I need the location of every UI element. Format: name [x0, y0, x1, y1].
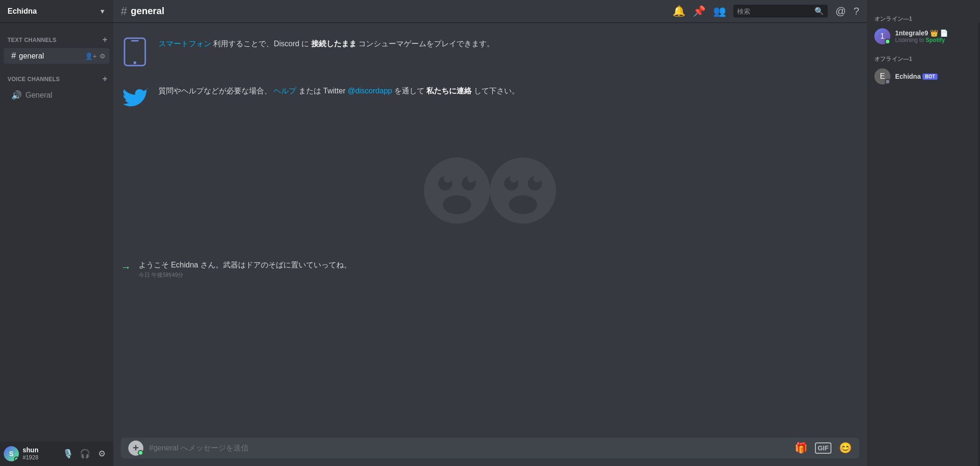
add-text-channel-button[interactable]: + — [100, 34, 109, 46]
system-arrow-icon: → — [121, 261, 131, 274]
members-icon[interactable]: 👥 — [713, 5, 726, 17]
member-info-1ntegrale9: 1ntegrale9 👑 📄 Listening to Spotify — [895, 29, 972, 43]
main-header: # general 🔔 📌 👥 🔍 @ ? — [113, 0, 867, 23]
member-status-dot-1ntegrale9 — [885, 39, 890, 44]
crown-icon: 👑 — [930, 29, 938, 37]
svg-rect-1 — [131, 40, 139, 42]
bot-badge: BOT — [922, 74, 937, 80]
search-icon: 🔍 — [814, 7, 824, 16]
main-content: # general 🔔 📌 👥 🔍 @ ? — [113, 0, 867, 466]
system-text: ようこそ Echidna さん。武器はドアのそばに置いていってね。 — [139, 260, 351, 270]
member-username-echidna: Echidna — [895, 73, 921, 80]
header-actions: 🔔 📌 👥 🔍 @ ? — [673, 5, 859, 17]
user-status-dot — [14, 457, 19, 461]
smartphone-icon — [121, 38, 149, 66]
discordapp-link[interactable]: @discordapp — [348, 87, 392, 95]
system-timestamp: 今日 午後5時49分 — [139, 271, 351, 279]
svg-point-13 — [510, 175, 517, 183]
deafen-button[interactable]: 🎧 — [77, 446, 92, 461]
user-settings-button[interactable]: ⚙ — [94, 446, 109, 461]
scrollbar[interactable] — [978, 23, 980, 466]
member-item-echidna[interactable]: E Echidna BOT — [871, 66, 976, 87]
add-attachment-status-dot — [138, 450, 143, 456]
offline-section-header: オフライン—1 — [871, 48, 976, 65]
user-info: shun #1928 — [23, 446, 57, 461]
member-name-echidna: Echidna BOT — [895, 73, 972, 80]
tip2-text4: して下さい。 — [474, 87, 519, 95]
smartphone-link[interactable]: スマートフォン — [158, 40, 211, 48]
notification-bell-icon[interactable]: 🔔 — [673, 5, 685, 17]
voice-channels-section: VOICE CHANNELS + 🔊 General — [0, 66, 113, 103]
tip-smartphone: スマートフォン 利用することで、Discord に 接続したまま コンシューマゲ… — [113, 30, 867, 74]
message-text-input[interactable] — [149, 438, 789, 458]
member-sidebar: オンライン—1 1 1ntegrale9 👑 📄 Listening to Sp… — [867, 0, 980, 466]
chat-area: スマートフォン 利用することで、Discord に 接続したまま コンシューマゲ… — [113, 23, 867, 438]
header-hash-icon: # — [121, 5, 127, 18]
server-header[interactable]: Echidna ▼ — [0, 0, 113, 23]
channel-name-general: general — [19, 52, 85, 60]
user-controls: 🎙️ 🎧 ⚙ — [60, 446, 109, 461]
spotify-label: Spotify — [926, 37, 945, 43]
tip-twitter-text: 質問やヘルプなどが必要な場合、 ヘルプ または Twitter @discord… — [158, 85, 519, 97]
speaker-icon: 🔊 — [11, 90, 22, 100]
member-name-1ntegrale9: 1ntegrale9 👑 📄 — [895, 29, 972, 37]
message-input-box: 🎁 GIF 😊 — [121, 438, 859, 458]
channel-list: TEXT CHANNELS + # general 👤+ ⚙ VOICE CHA… — [0, 23, 113, 441]
server-chevron-icon: ▼ — [99, 8, 106, 15]
user-panel: S shun #1928 🎙️ 🎧 ⚙ — [0, 441, 113, 466]
header-channel-name: general — [131, 6, 164, 17]
channel-sidebar: Echidna ▼ TEXT CHANNELS + # general 👤+ ⚙… — [0, 0, 113, 466]
channel-item-general[interactable]: # general 👤+ ⚙ — [4, 48, 109, 64]
tip2-text3: を通して — [394, 87, 426, 95]
tip2-text2: または Twitter — [299, 87, 348, 95]
system-content: ようこそ Echidna さん。武器はドアのそばに置いていってね。 今日 午後5… — [139, 260, 351, 279]
search-box[interactable]: 🔍 — [733, 5, 828, 17]
add-voice-channel-button[interactable]: + — [100, 73, 109, 85]
user-name: shun — [23, 446, 57, 454]
gift-icon[interactable]: 🎁 — [795, 442, 807, 454]
tip2-bold1: 私たちに連絡 — [426, 87, 472, 95]
help-icon[interactable]: ? — [854, 5, 859, 17]
gif-icon[interactable]: GIF — [815, 442, 831, 454]
add-member-icon[interactable]: 👤+ — [85, 52, 97, 60]
member-item-1ntegrale9[interactable]: 1 1ntegrale9 👑 📄 Listening to Spotify — [871, 25, 976, 47]
member-avatar-1ntegrale9: 1 — [874, 28, 890, 44]
svg-point-7 — [444, 175, 451, 183]
voice-channel-name: General — [25, 91, 52, 100]
user-discriminator: #1928 — [23, 454, 57, 461]
channel-hash-icon: # — [11, 51, 16, 61]
server-name: Echidna — [8, 7, 37, 16]
add-attachment-button[interactable] — [128, 441, 143, 456]
member-status-dot-echidna — [885, 79, 890, 84]
search-input[interactable] — [737, 8, 811, 15]
mute-button[interactable]: 🎙️ — [60, 446, 75, 461]
discord-watermark — [113, 125, 867, 257]
system-message: → ようこそ Echidna さん。武器はドアのそばに置いていってね。 今日 午… — [113, 257, 867, 283]
member-subtext-1ntegrale9: Listening to Spotify — [895, 37, 972, 43]
member-avatar-echidna: E — [874, 68, 890, 84]
member-info-echidna: Echidna BOT — [895, 73, 972, 80]
voice-channel-general[interactable]: 🔊 General — [4, 87, 109, 103]
twitter-icon — [121, 85, 149, 113]
tip-twitter: 質問やヘルプなどが必要な場合、 ヘルプ または Twitter @discord… — [113, 77, 867, 121]
text-channels-section: TEXT CHANNELS + # general 👤+ ⚙ — [0, 26, 113, 64]
tip2-text1: 質問やヘルプなどが必要な場合、 — [158, 87, 272, 95]
message-input-actions: 🎁 GIF 😊 — [795, 442, 852, 454]
note-icon: 📄 — [940, 29, 948, 37]
emoji-icon[interactable]: 😊 — [839, 442, 852, 454]
svg-point-8 — [467, 175, 475, 183]
settings-icon[interactable]: ⚙ — [100, 52, 106, 60]
user-avatar: S — [4, 446, 19, 461]
help-link[interactable]: ヘルプ — [274, 87, 296, 95]
at-icon[interactable]: @ — [835, 5, 846, 17]
text-channels-header[interactable]: TEXT CHANNELS + — [0, 26, 113, 48]
voice-channels-label: VOICE CHANNELS — [8, 76, 60, 83]
tip1-text1: 利用することで、Discord に — [213, 40, 311, 48]
svg-point-14 — [533, 175, 541, 183]
tip1-bold1: 接続したまま — [311, 40, 357, 48]
member-username-1ntegrale9: 1ntegrale9 — [895, 29, 928, 37]
pin-icon[interactable]: 📌 — [693, 5, 706, 17]
svg-point-2 — [133, 61, 136, 64]
voice-channels-header[interactable]: VOICE CHANNELS + — [0, 66, 113, 87]
channel-icons: 👤+ ⚙ — [85, 52, 106, 60]
